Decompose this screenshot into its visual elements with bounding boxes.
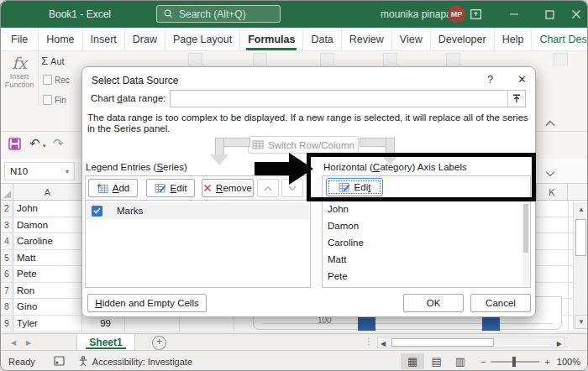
tab-file[interactable]: File [1,28,39,50]
avatar[interactable]: MP [448,5,465,23]
list-item[interactable]: Damon [323,217,530,234]
cell-a2[interactable]: John [13,201,82,217]
ok-button[interactable]: OK [403,294,464,312]
legend-entries-list[interactable]: Marks [85,201,311,288]
minimize-button[interactable] [503,5,525,24]
list-item[interactable]: Matt [323,251,530,268]
edit-series-button[interactable]: Edit [146,179,195,197]
zoom-level[interactable]: 100% [557,357,580,367]
list-item[interactable]: John [323,201,530,217]
cell-a7[interactable]: Ron [13,283,82,299]
select-all-corner[interactable] [1,184,13,200]
zoom-out-button[interactable]: − [480,357,486,367]
undo-button[interactable]: ↶ [29,137,40,149]
list-item[interactable]: Pete [323,268,530,285]
name-box[interactable]: N10 ▾ [4,162,75,180]
tab-chart-design[interactable]: Chart Design [532,28,588,50]
row-number[interactable]: 5 [1,250,13,266]
chart-data-range-input[interactable] [171,91,513,107]
cell-a9[interactable]: Tyler [13,316,82,332]
tab-draw[interactable]: Draw [125,28,165,50]
row-number[interactable]: 8 [1,299,13,315]
page-break-view-button[interactable]: ▥ [449,353,472,369]
redo-button[interactable]: ↷ [53,137,64,149]
collapse-ribbon-button[interactable] [545,115,555,130]
recently-used-button[interactable]: Rec [43,75,70,85]
insert-function-group[interactable]: fx Insert Function [1,51,39,107]
tab-developer[interactable]: Developer [431,28,495,50]
remove-series-button[interactable]: Remove [202,179,254,197]
normal-view-button[interactable]: ▦ [401,353,424,369]
dialog-title: Select Data Source [92,75,178,86]
formula-bar-expand-button[interactable] [545,165,555,180]
tab-insert[interactable]: Insert [83,28,125,50]
add-series-button[interactable]: Add [88,179,138,197]
add-sheet-button[interactable]: + [152,336,166,350]
column-header-a[interactable]: A [13,184,82,200]
hidden-and-empty-cells-button[interactable]: Hidden and Empty Cells [87,294,207,312]
vertical-scrollbar[interactable]: ▲ ▼ [573,202,588,330]
row-number[interactable]: 2 [1,201,13,217]
row-number[interactable]: 4 [1,233,13,249]
tab-help[interactable]: Help [495,28,533,50]
list-item[interactable]: Caroline [323,234,530,251]
tab-review[interactable]: Review [342,28,392,50]
row-number[interactable]: 9 [1,316,13,332]
edit-axis-labels-button[interactable]: Edit [326,178,383,196]
cell-a6[interactable]: Pete [13,266,82,282]
undo-dropdown[interactable]: ▾ [43,143,46,149]
cell-a4[interactable]: Caroline [13,233,82,249]
tab-formulas[interactable]: Formulas [240,28,303,50]
tab-page-layout[interactable]: Page Layout [165,28,240,50]
maximize-button[interactable] [538,5,560,24]
cell-a5[interactable]: Matt [13,250,82,266]
checkbox-checked-icon[interactable] [92,206,102,217]
cell-a3[interactable]: Damon [13,217,82,233]
next-sheet-button[interactable]: ▶ [26,339,31,347]
chevron-down-icon [288,186,297,191]
axis-labels-list[interactable]: John Damon Caroline Matt Pete [322,201,531,288]
vertical-scrollbar-thumb[interactable] [575,219,586,256]
tab-data[interactable]: Data [303,28,341,50]
scroll-right-button[interactable]: ▶ [557,340,562,347]
move-series-up-button[interactable] [257,179,279,197]
save-button[interactable] [8,138,21,154]
zoom-in-button[interactable]: + [544,357,549,367]
cancel-button[interactable]: Cancel [470,294,531,312]
accessibility-status[interactable]: Accessibility: Investigate [78,356,192,367]
list-scrollbar[interactable] [522,201,529,286]
cell-b9[interactable]: 99 [82,316,116,332]
dialog-help-button[interactable]: ? [487,73,493,86]
scroll-up-button[interactable]: ▲ [575,202,588,217]
column-header-k[interactable]: K [536,184,568,200]
financial-button[interactable]: Fin [43,95,66,105]
autosum-button[interactable]: Σ Aut [41,55,65,67]
zoom-slider[interactable] [491,361,539,363]
sheet-tab-active[interactable]: Sheet1 [76,334,135,350]
ribbon-button-fragment [320,53,334,66]
legend-entry-row[interactable]: Marks [87,202,309,219]
switch-row-column-button[interactable]: Switch Row/Column [248,136,359,154]
prev-sheet-button[interactable]: ◀ [11,339,16,347]
search-box[interactable]: Search (Alt+Q) [156,5,281,23]
ribbon-display-options-button[interactable] [465,5,486,24]
list-scrollbar-thumb[interactable] [523,204,528,253]
scroll-down-button[interactable]: ▼ [575,315,588,329]
row-number[interactable]: 6 [1,266,13,282]
horizontal-scrollbar[interactable]: ◀ ▶ [377,337,565,348]
chart-bar [358,316,375,331]
row-number[interactable]: 3 [1,217,13,233]
scroll-left-button[interactable]: ◀ [381,340,386,347]
horizontal-scrollbar-thumb[interactable] [391,338,494,347]
macro-record-button[interactable] [54,356,65,368]
dialog-close-button[interactable]: ✕ [517,73,527,86]
cell-a8[interactable]: Gino [13,299,82,315]
tab-splitter-handle[interactable]: ⋮ [365,337,373,346]
tab-home[interactable]: Home [39,28,82,50]
row-number[interactable]: 7 [1,283,13,299]
close-window-button[interactable] [565,5,587,24]
page-layout-view-button[interactable]: ▤ [424,353,448,369]
range-picker-button[interactable] [507,91,525,107]
zoom-slider-thumb[interactable] [512,357,516,367]
tab-view[interactable]: View [392,28,431,50]
